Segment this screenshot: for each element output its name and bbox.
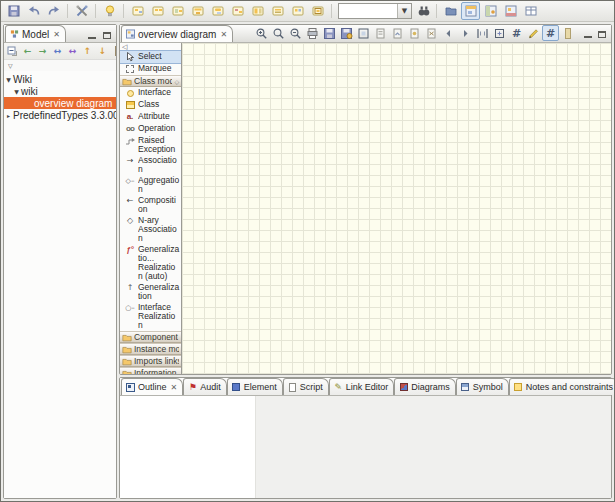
close-icon[interactable]: ✕ [220, 30, 227, 39]
palette-item-operation[interactable]: oo Operation [120, 123, 181, 135]
tree-item-wiki-package[interactable]: ▼ wiki [4, 85, 116, 97]
tab-model[interactable]: Model ✕ [5, 25, 66, 42]
related-blue-icon[interactable]: ↔ [51, 45, 64, 58]
maximize-icon[interactable] [101, 30, 112, 39]
tab-script[interactable]: Script [283, 378, 329, 395]
fit-height-button[interactable] [491, 25, 508, 41]
tree-item-predefined-types[interactable]: ▸ PredefinedTypes 3.3.00 [4, 109, 116, 121]
tab-overview-diagram[interactable]: overview diagram ✕ [121, 25, 233, 42]
tab-audit[interactable]: ⚑ Audit [183, 378, 227, 395]
new-diagram-button-1[interactable] [128, 2, 147, 20]
close-icon[interactable]: ✕ [171, 383, 178, 392]
tab-notes-and-constraints[interactable]: Notes and constraints [509, 378, 615, 395]
export-image-button[interactable] [338, 25, 355, 41]
palette-item-attribute[interactable]: a. Attribute [120, 111, 181, 123]
new-diagram-button-6[interactable] [228, 2, 247, 20]
page-setup-4-button[interactable] [423, 25, 440, 41]
move-up-icon[interactable]: ↑ [81, 45, 94, 58]
save-button[interactable] [4, 2, 23, 20]
snap-to-grid-button[interactable]: # [542, 25, 559, 41]
tip-of-the-day-button[interactable] [100, 2, 119, 20]
minimize-icon[interactable] [582, 29, 593, 38]
tab-outline[interactable]: Outline ✕ [121, 378, 183, 395]
palette-drawer-instance-model[interactable]: Instance model [120, 343, 181, 355]
find-button[interactable] [415, 2, 432, 20]
palette-item-association[interactable]: → Association [120, 155, 181, 175]
page-setup-3-button[interactable] [406, 25, 423, 41]
palette-collapse-icon[interactable]: ◁ [122, 43, 127, 51]
new-diagram-button-2[interactable] [148, 2, 167, 20]
new-diagram-button-4[interactable] [188, 2, 207, 20]
palette-item-select[interactable]: Select [120, 51, 181, 63]
view-menu-icon[interactable]: ▽ [8, 62, 13, 69]
undo-button[interactable] [24, 2, 43, 20]
palette-item-interface-realization[interactable]: ○– Interface Realization [120, 302, 181, 331]
palette-item-interface[interactable]: Interface [120, 87, 181, 99]
one-to-one-button[interactable] [474, 25, 491, 41]
palette-item-raised-exception[interactable]: Raised Exception [120, 135, 181, 155]
search-dropdown-button[interactable]: ▼ [397, 4, 411, 18]
palette-drawer-information-flow[interactable]: Information Flo... [120, 367, 181, 374]
zoom-in-button[interactable] [253, 25, 270, 41]
collapse-right-button[interactable] [457, 25, 474, 41]
new-diagram-button-8[interactable] [268, 2, 287, 20]
new-diagram-button-5[interactable] [208, 2, 227, 20]
move-down-icon[interactable]: ↓ [96, 45, 109, 58]
tab-link-editor[interactable]: ✎ Link Editor [329, 378, 395, 395]
palette-item-generalization-realization[interactable]: ƒ° Generalizatio... Realization (auto) [120, 244, 181, 282]
maximize-icon[interactable] [596, 29, 607, 38]
external-tools-button[interactable] [72, 2, 91, 20]
model-panel-tabbar: Model ✕ [4, 25, 116, 43]
collapse-all-icon[interactable] [6, 45, 19, 58]
new-diagram-button-7[interactable] [248, 2, 267, 20]
navigate-back-icon[interactable]: ← [21, 45, 34, 58]
perspective-modeling-button[interactable] [461, 2, 480, 20]
navigate-forward-icon[interactable]: → [36, 45, 49, 58]
zoom-original-button[interactable] [270, 25, 287, 41]
new-diagram-button-9[interactable] [288, 2, 307, 20]
new-diagram-icon-3 [171, 4, 185, 18]
zoom-out-button[interactable] [287, 25, 304, 41]
close-icon[interactable]: ✕ [53, 30, 60, 39]
outline-thumbnail-area[interactable] [120, 396, 256, 498]
related-purple-icon[interactable]: ↔ [66, 45, 79, 58]
save-diagram-button[interactable] [321, 25, 338, 41]
show-grid-button[interactable]: # [508, 25, 525, 41]
redo-button[interactable] [44, 2, 63, 20]
palette-item-marquee[interactable]: Marquee [120, 63, 181, 75]
bottom-tabbar: Outline ✕ ⚑ Audit Element Script [120, 378, 611, 396]
tree-item-overview-diagram[interactable]: overview diagram [4, 97, 116, 109]
search-input[interactable] [339, 4, 397, 18]
open-perspective-button[interactable] [441, 2, 460, 20]
tab-diagrams[interactable]: Diagrams [394, 378, 456, 395]
tree-item-wiki-project[interactable]: ▼ Wiki [4, 73, 116, 85]
expander-icon[interactable]: ▸ [4, 112, 13, 119]
print-button[interactable] [304, 25, 321, 41]
new-diagram-button-3[interactable] [168, 2, 187, 20]
expander-icon[interactable]: ▼ [12, 88, 21, 95]
palette-drawer-class-model[interactable]: Class model ◇ [120, 75, 181, 87]
minimize-icon[interactable] [86, 30, 97, 39]
perspective-3-button[interactable] [501, 2, 520, 20]
palette-item-class[interactable]: Class [120, 99, 181, 111]
model-view-icon [10, 30, 19, 39]
palette-item-nary-association[interactable]: ◇ N-ary Association [120, 215, 181, 244]
palette-item-generalization[interactable]: ↑ Generalization [120, 282, 181, 302]
perspective-2-button[interactable] [481, 2, 500, 20]
collapse-left-button[interactable] [440, 25, 457, 41]
palette-drawer-component-model[interactable]: Component mo... [120, 331, 181, 343]
new-diagram-button-10[interactable] [308, 2, 327, 20]
palette-item-composition[interactable]: ← Composition [120, 195, 181, 215]
diagram-canvas[interactable] [182, 43, 611, 374]
fit-to-window-button[interactable] [355, 25, 372, 41]
perspective-table-button[interactable] [521, 2, 540, 20]
tab-symbol[interactable]: Symbol [456, 378, 509, 395]
page-setup-1-button[interactable] [372, 25, 389, 41]
drawer-pin-icon[interactable]: ◇ [174, 78, 179, 85]
page-setup-2-button[interactable] [389, 25, 406, 41]
palette-drawer-imports-links[interactable]: Imports links [120, 355, 181, 367]
edit-style-button[interactable] [525, 25, 542, 41]
tab-element[interactable]: Element [227, 378, 283, 395]
expander-icon[interactable]: ▼ [4, 76, 13, 83]
palette-item-aggregation[interactable]: ◇– Aggregation [120, 175, 181, 195]
